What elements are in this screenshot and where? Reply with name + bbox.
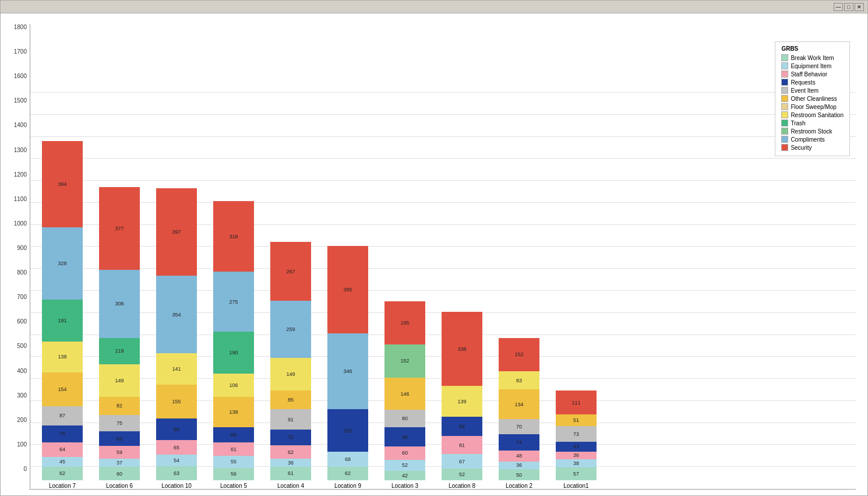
legend-color-swatch [781, 54, 788, 61]
bar-segment: 152 [499, 338, 539, 371]
chart-area: 1800170016001500140013001200110010009008… [1, 13, 867, 495]
bar-segment: 36 [499, 462, 539, 470]
legend-color-swatch [781, 87, 788, 94]
bar-group: 52678189139338Location 8 [436, 312, 488, 489]
bar-segment: 52 [384, 460, 425, 472]
bar-segment: 152 [384, 344, 425, 378]
minimize-button[interactable]: — [834, 3, 843, 11]
legend-item: Restroom Sanitation [781, 111, 844, 118]
bar-segment: 60 [384, 446, 425, 460]
y-axis-label: 1200 [14, 171, 27, 178]
bar-segment: 45 [42, 457, 83, 467]
bar-segment: 83 [499, 371, 539, 389]
bar-stack: 56556168138106190275318 [213, 201, 254, 480]
bar-segment: 37 [99, 459, 140, 467]
bar-segment: 82 [99, 397, 140, 415]
x-axis-label: Location 5 [220, 483, 247, 489]
bar-segment: 138 [42, 342, 83, 372]
x-axis-label: Location 2 [506, 483, 532, 489]
bar-segment: 155 [156, 385, 197, 419]
x-axis-label: Location 10 [161, 483, 192, 489]
y-axis-label: 1500 [14, 97, 27, 104]
y-axis-label: 200 [17, 417, 27, 423]
bar-stack: 52678189139338 [442, 312, 482, 480]
bar-segment: 68 [213, 427, 254, 442]
bar-segment: 64 [42, 442, 83, 456]
bar-segment: 354 [156, 276, 197, 354]
bar-group: 6268192346395Location 9 [322, 246, 374, 489]
legend-item-label: Restroom Stock [791, 128, 832, 135]
legend-color-swatch [781, 103, 788, 110]
y-axis-label: 1700 [14, 48, 27, 55]
bar-segment: 85 [270, 391, 311, 409]
legend-item: Equipment Item [781, 62, 844, 69]
bar-segment: 55 [213, 456, 254, 468]
bar-segment: 275 [213, 272, 254, 332]
legend-item-label: Staff Behavior [791, 71, 827, 78]
main-window: — □ ✕ 1800170016001500140013001200110010… [0, 0, 868, 496]
bar-stack: 503648747013483152 [499, 338, 539, 480]
bar-segment: 86 [384, 427, 425, 446]
y-axis-label: 400 [17, 368, 27, 374]
bar-group: 4252608680146152195Location 3 [379, 301, 431, 489]
legend-color-swatch [781, 144, 788, 151]
bar-segment: 60 [99, 467, 140, 480]
legend-item: Event Item [781, 87, 844, 94]
legend-color-swatch [781, 119, 788, 126]
bar-segment: 191 [42, 300, 83, 342]
bar-segment: 50 [499, 469, 539, 480]
bar-segment: 61 [270, 467, 311, 480]
bar-stack: 63546598155141354397 [156, 188, 197, 480]
legend-color-swatch [781, 136, 788, 143]
window-controls[interactable]: — □ ✕ [834, 3, 864, 11]
bar-segment: 72 [270, 430, 311, 445]
legend-item: Compliments [781, 136, 844, 143]
y-axis-label: 0 [23, 466, 27, 472]
legend-item: Break Work Item [781, 54, 844, 61]
bar-segment: 36 [556, 452, 597, 460]
y-axis-label: 1100 [14, 196, 27, 202]
bar-segment: 63 [156, 466, 197, 480]
bar-segment: 80 [384, 410, 425, 427]
bar-segment: 70 [499, 419, 539, 434]
y-axis: 1800170016001500140013001200110010009008… [6, 24, 30, 490]
legend-color-swatch [781, 62, 788, 69]
y-axis-label: 1400 [14, 122, 27, 128]
bar-segment: 308 [99, 270, 140, 337]
legend-item-label: Restroom Sanitation [791, 112, 844, 118]
bar-group: 56556168138106190275318Location 5 [207, 201, 260, 489]
legend-color-swatch [781, 111, 788, 118]
legend-item: Requests [781, 79, 844, 86]
bar-segment: 195 [384, 301, 425, 344]
bar-segment: 65 [156, 440, 197, 455]
y-axis-label: 100 [17, 441, 27, 448]
bar-segment: 66 [99, 431, 140, 446]
legend-color-swatch [781, 95, 788, 102]
y-axis-label: 600 [17, 318, 27, 325]
bar-segment: 394 [42, 141, 83, 228]
bar-group: 573836437351111Location1 [550, 391, 602, 490]
bar-segment: 62 [42, 467, 83, 480]
bar-group: 63546598155141354397Location 10 [150, 188, 203, 489]
bar-segment: 57 [556, 467, 597, 480]
legend-item-label: Trash [791, 120, 805, 126]
bar-stack: 573836437351111 [556, 391, 597, 481]
bar-segment: 56 [213, 468, 254, 480]
bar-segment: 91 [270, 409, 311, 429]
close-button[interactable]: ✕ [855, 3, 864, 11]
maximize-button[interactable]: □ [844, 3, 853, 11]
legend-item: Trash [781, 119, 844, 126]
bar-segment: 397 [156, 188, 197, 276]
bar-segment: 62 [327, 467, 368, 480]
bar-segment: 318 [213, 201, 254, 271]
bar-segment: 81 [442, 436, 482, 454]
legend-item-label: Requests [791, 79, 815, 86]
y-axis-label: 900 [17, 245, 27, 251]
bar-group: 613662729185149259267Location 4 [264, 242, 317, 489]
legend-item: Staff Behavior [781, 71, 844, 78]
legend-item: Security [781, 144, 844, 151]
y-axis-label: 300 [17, 392, 27, 399]
bar-segment: 106 [213, 374, 254, 397]
bar-stack: 613662729185149259267 [270, 242, 311, 480]
legend-item-label: Break Work Item [791, 55, 834, 61]
